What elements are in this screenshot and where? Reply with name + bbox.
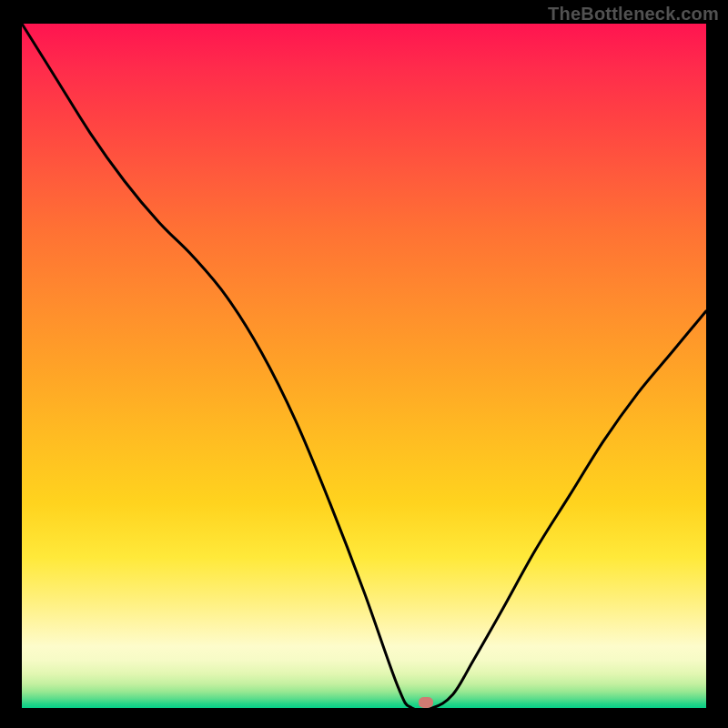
watermark-text: TheBottleneck.com [548, 4, 719, 25]
chart-container: TheBottleneck.com [0, 0, 728, 728]
curve-svg [22, 24, 706, 708]
bottleneck-curve [22, 24, 706, 711]
plot-area [22, 24, 706, 708]
optimum-marker [419, 697, 433, 708]
